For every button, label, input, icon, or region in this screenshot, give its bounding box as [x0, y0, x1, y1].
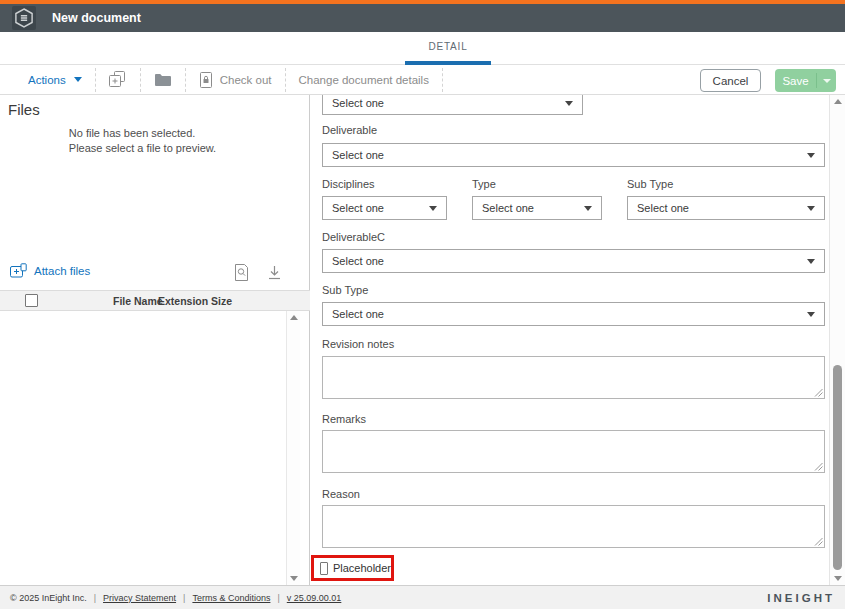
- deliverablec-label: DeliverableC: [322, 231, 385, 243]
- toolbar-separator: [140, 68, 141, 92]
- privacy-statement-link[interactable]: Privacy Statement: [103, 593, 176, 603]
- toolbar: Actions Check out: [0, 65, 845, 95]
- chevron-down-icon: [74, 77, 82, 82]
- column-file-name: File Name: [113, 295, 163, 307]
- tab-detail[interactable]: DETAIL: [405, 32, 491, 65]
- save-split-button[interactable]: Save: [775, 69, 836, 92]
- select-value: Select one: [332, 202, 384, 214]
- attach-files-row: Attach files: [0, 263, 310, 287]
- terms-conditions-link[interactable]: Terms & Conditions: [192, 593, 270, 603]
- form-scrollbar[interactable]: [829, 95, 845, 585]
- tab-bar: DETAIL: [0, 32, 845, 65]
- save-dropdown-button[interactable]: [817, 79, 836, 83]
- column-size: Size: [211, 295, 232, 307]
- version-link[interactable]: v 25.09.00.01: [287, 593, 342, 603]
- select-all-files-checkbox[interactable]: [25, 294, 38, 307]
- toolbar-separator: [95, 68, 96, 92]
- reason-label: Reason: [322, 488, 360, 500]
- select-value: Select one: [482, 202, 534, 214]
- file-tools: [234, 264, 282, 281]
- toolbar-separator: [442, 68, 443, 92]
- placeholder-checkbox-label: Placeholder: [333, 562, 391, 574]
- copy-document-button[interactable]: [109, 71, 127, 88]
- empty-state-line2: Please select a file to preview.: [69, 141, 216, 156]
- document-details-form: Select one Deliverable Select one Discip…: [310, 95, 845, 585]
- chevron-down-icon: [565, 101, 573, 106]
- page-title: New document: [52, 4, 141, 32]
- top-clipped-select[interactable]: Select one: [322, 95, 583, 115]
- files-scrollbar[interactable]: [286, 311, 300, 585]
- toolbar-separator: [285, 68, 286, 92]
- download-icon: [267, 265, 282, 281]
- type-label: Type: [472, 178, 496, 190]
- scroll-down-icon[interactable]: [290, 576, 298, 581]
- file-grid-header: File Name Extension Size: [0, 290, 310, 311]
- select-value: Select one: [332, 149, 384, 161]
- check-out-button[interactable]: Check out: [199, 72, 272, 88]
- placeholder-annotation-box: Placeholder: [311, 555, 394, 581]
- deliverable-select[interactable]: Select one: [322, 143, 825, 167]
- chevron-down-icon: [429, 206, 437, 211]
- chevron-down-icon: [584, 206, 592, 211]
- folder-icon: [154, 73, 172, 87]
- placeholder-checkbox[interactable]: [320, 562, 328, 575]
- footer-separator: |: [183, 593, 185, 603]
- files-panel: Files No file has been selected. Please …: [0, 95, 310, 585]
- new-document-page: New document DETAIL Actions: [0, 0, 845, 609]
- sub-type-label: Sub Type: [627, 178, 673, 190]
- revision-notes-label: Revision notes: [322, 338, 394, 350]
- cancel-button[interactable]: Cancel: [700, 69, 761, 92]
- scrollbar-thumb[interactable]: [833, 365, 842, 570]
- type-select[interactable]: Select one: [472, 196, 602, 220]
- chevron-down-icon: [807, 259, 815, 264]
- disciplines-select[interactable]: Select one: [322, 196, 447, 220]
- files-panel-title: Files: [8, 101, 40, 118]
- folder-button[interactable]: [154, 73, 172, 87]
- scroll-down-icon[interactable]: [834, 576, 842, 581]
- preview-file-button[interactable]: [234, 264, 249, 281]
- actions-menu-button[interactable]: Actions: [28, 74, 82, 86]
- change-document-details-button[interactable]: Change document details: [299, 74, 429, 86]
- copyright-text: © 2025 InEight Inc.: [10, 593, 87, 603]
- copy-plus-icon: [109, 71, 127, 88]
- reason-textarea[interactable]: [322, 505, 825, 548]
- scroll-up-icon[interactable]: [290, 315, 298, 320]
- select-value: Select one: [332, 97, 384, 109]
- download-file-button[interactable]: [267, 264, 282, 281]
- attach-files-button[interactable]: Attach files: [10, 263, 90, 278]
- document-lock-icon: [199, 72, 213, 88]
- toolbar-separator: [185, 68, 186, 92]
- actions-label: Actions: [28, 74, 66, 86]
- save-button[interactable]: Save: [775, 75, 816, 87]
- footer-separator: |: [94, 593, 96, 603]
- remarks-textarea[interactable]: [322, 430, 825, 473]
- disciplines-label: Disciplines: [322, 178, 375, 190]
- footer-separator: |: [277, 593, 279, 603]
- scroll-up-icon[interactable]: [834, 99, 842, 104]
- footer: © 2025 InEight Inc. | Privacy Statement …: [0, 585, 845, 609]
- file-preview-empty-state: No file has been selected. Please select…: [0, 126, 285, 155]
- hexagon-shield-icon: [15, 8, 33, 28]
- select-value: Select one: [332, 308, 384, 320]
- tab-detail-label: DETAIL: [428, 41, 467, 52]
- app-header: New document: [0, 4, 845, 32]
- sub-type2-select[interactable]: Select one: [322, 302, 825, 326]
- chevron-down-icon: [807, 153, 815, 158]
- chevron-down-icon: [807, 206, 815, 211]
- reason-field: [322, 505, 825, 548]
- sub-type-select[interactable]: Select one: [627, 196, 825, 220]
- ineight-logo: [12, 6, 36, 30]
- revision-notes-textarea[interactable]: [322, 356, 825, 399]
- revision-notes-field: [322, 356, 825, 399]
- check-out-label: Check out: [220, 74, 272, 86]
- change-document-details-label: Change document details: [299, 74, 429, 86]
- deliverablec-select[interactable]: Select one: [322, 249, 825, 273]
- select-value: Select one: [332, 255, 384, 267]
- empty-state-line1: No file has been selected.: [69, 126, 216, 141]
- remarks-label: Remarks: [322, 413, 366, 425]
- document-search-icon: [234, 264, 249, 281]
- attach-file-plus-icon: [10, 263, 27, 278]
- ineight-wordmark: INEIGHT: [767, 592, 835, 604]
- column-extension: Extension: [158, 295, 208, 307]
- sub-type2-label: Sub Type: [322, 284, 368, 296]
